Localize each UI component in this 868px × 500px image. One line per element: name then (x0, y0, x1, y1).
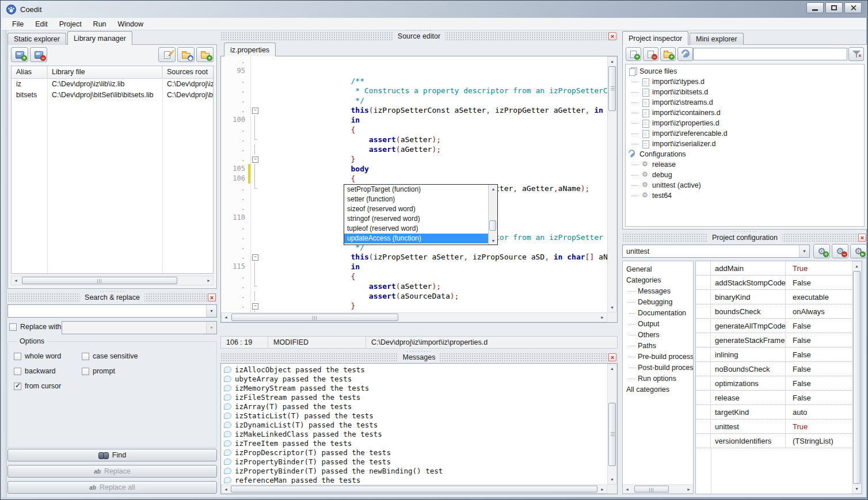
completion-item[interactable]: updateAccess (function) (344, 234, 488, 243)
search-term-combobox[interactable] (7, 304, 217, 318)
message-row[interactable]: izAllocObject passed the tests (222, 365, 607, 374)
code-line[interactable]: . in (221, 96, 607, 105)
message-row[interactable]: izMemoryStream passed the tests (222, 383, 607, 392)
fold-marker-icon[interactable] (251, 242, 258, 252)
property-row[interactable]: generateStackFrame False (696, 333, 852, 348)
replace-term-combobox[interactable] (62, 321, 217, 334)
replace-button[interactable]: ab Replace (7, 465, 217, 478)
splitter-handle[interactable] (406, 350, 432, 352)
option-checkbox[interactable]: from cursor (14, 382, 82, 390)
scroll-thumb[interactable] (22, 277, 177, 284)
message-row[interactable]: izPropDescriptor(T) passed the tests (222, 448, 607, 457)
remove-source-button[interactable]: − (643, 47, 658, 61)
fold-marker-icon[interactable] (251, 66, 258, 76)
menu-item[interactable]: File (6, 19, 29, 29)
property-value[interactable]: False (786, 348, 852, 361)
find-button[interactable]: Find (7, 449, 217, 461)
code-line[interactable]: 95 * Constructs a property descriptor fr… (221, 66, 607, 76)
code-line[interactable]: 106 this.u (221, 174, 607, 184)
scroll-left-icon[interactable] (12, 276, 20, 285)
splitter-handle[interactable] (406, 29, 432, 31)
fold-marker-icon[interactable] (251, 184, 258, 193)
clone-configuration-button[interactable]: ► (850, 244, 867, 258)
editor-tab[interactable]: iz.properties (224, 43, 276, 56)
configuration-selector[interactable]: unittest (622, 245, 810, 258)
property-row[interactable]: addMain True (696, 261, 852, 276)
fold-marker-icon[interactable] (251, 291, 258, 301)
option-checkbox[interactable]: prompt (82, 367, 211, 375)
message-row[interactable]: izFileStream passed the tests (222, 392, 607, 402)
add-configuration-button[interactable]: + (813, 244, 830, 258)
scroll-down-icon[interactable] (852, 484, 861, 493)
tree-item[interactable]: import\iz\serializer.d (626, 139, 864, 149)
completion-item[interactable]: tupleof (reserved word) (344, 224, 488, 234)
fold-marker-icon[interactable] (251, 144, 258, 154)
scroll-up-icon[interactable] (608, 364, 616, 373)
category-item[interactable]: All categories (623, 384, 693, 395)
tree-item[interactable]: debug (626, 170, 864, 180)
scroll-up-icon[interactable] (608, 57, 616, 66)
menu-item[interactable]: Edit (29, 19, 54, 29)
chevron-down-icon[interactable] (206, 305, 216, 317)
fold-marker-icon[interactable] (251, 272, 258, 281)
fold-marker-icon[interactable] (251, 232, 258, 242)
completion-item[interactable]: sizeof (reserved word) (344, 204, 488, 214)
add-library-folder-button[interactable]: + (196, 47, 214, 62)
tree-item[interactable]: test64 (626, 190, 864, 201)
messages-vscrollbar[interactable] (607, 364, 617, 484)
clear-filter-button[interactable]: × (848, 47, 864, 61)
grid-vscrollbar[interactable] (852, 261, 862, 494)
property-row[interactable]: boundsCheck onAlways (696, 304, 852, 319)
code-line[interactable]: . assert(aGetter); (221, 125, 607, 135)
message-row[interactable]: izDynamicList(T) passed the tests (222, 420, 607, 429)
code-line[interactable]: . { (221, 154, 607, 164)
fold-marker-icon[interactable] (251, 174, 258, 184)
scroll-thumb[interactable] (608, 403, 616, 466)
fold-marker-icon[interactable] (251, 96, 258, 105)
category-item[interactable]: Pre-build process (623, 351, 693, 362)
category-item[interactable]: Messages (623, 285, 693, 296)
category-item[interactable]: Run options (623, 373, 693, 384)
remove-library-button[interactable]: − (30, 47, 47, 62)
column-header[interactable]: Sources root (162, 66, 213, 78)
property-value[interactable]: False (786, 376, 852, 390)
splitter-handle[interactable] (99, 291, 125, 292)
code-line[interactable]: . { (221, 301, 607, 311)
scroll-thumb[interactable] (231, 486, 597, 493)
category-item[interactable]: Paths (623, 340, 693, 351)
scroll-thumb[interactable] (489, 220, 496, 231)
edit-library-file-button[interactable] (158, 47, 176, 62)
fold-marker-icon[interactable] (251, 56, 258, 66)
category-item[interactable]: Categories (623, 274, 693, 285)
property-row[interactable]: release False (696, 391, 852, 405)
right-tab[interactable]: Mini explorer (690, 33, 744, 45)
completion-item[interactable]: stringof (reserved word) (344, 214, 488, 224)
scroll-thumb[interactable] (608, 66, 616, 111)
chevron-down-icon[interactable] (799, 245, 809, 257)
scroll-down-icon[interactable] (608, 303, 616, 312)
option-checkbox[interactable]: backward (14, 367, 82, 375)
property-row[interactable]: inlining False (696, 348, 852, 362)
table-row[interactable]: iz C:\Dev\dproj\iz\lib\iz.lib C:\Dev\dpr… (12, 79, 213, 90)
tree-item[interactable]: import\iz\properties.d (626, 118, 864, 128)
inspector-filter-input[interactable] (693, 48, 847, 60)
tree-item[interactable]: Configurations (626, 149, 864, 159)
menu-item[interactable]: Project (54, 19, 87, 29)
message-row[interactable]: ubyteArray passed the tests (222, 374, 607, 383)
splitter-handle[interactable] (732, 231, 758, 232)
property-row[interactable]: addStackStompCode False (696, 276, 852, 290)
message-row[interactable]: izMakeLinkedClass passed the tests (222, 429, 607, 438)
fold-marker-icon[interactable] (251, 281, 258, 291)
scroll-thumb[interactable] (853, 271, 861, 484)
property-value[interactable]: (TStringList) (786, 434, 852, 448)
close-panel-button[interactable]: × (858, 234, 866, 242)
fold-marker-icon[interactable] (251, 76, 258, 86)
property-value[interactable]: auto (786, 405, 852, 419)
property-row[interactable]: targetKind auto (696, 405, 852, 419)
add-source-button[interactable]: + (626, 47, 641, 61)
replace-all-button[interactable]: ab Replace all (7, 481, 217, 494)
scroll-right-icon[interactable] (598, 313, 607, 322)
property-value[interactable]: False (786, 362, 852, 376)
close-panel-button[interactable]: × (608, 353, 616, 361)
column-header[interactable]: Alias (12, 66, 47, 78)
